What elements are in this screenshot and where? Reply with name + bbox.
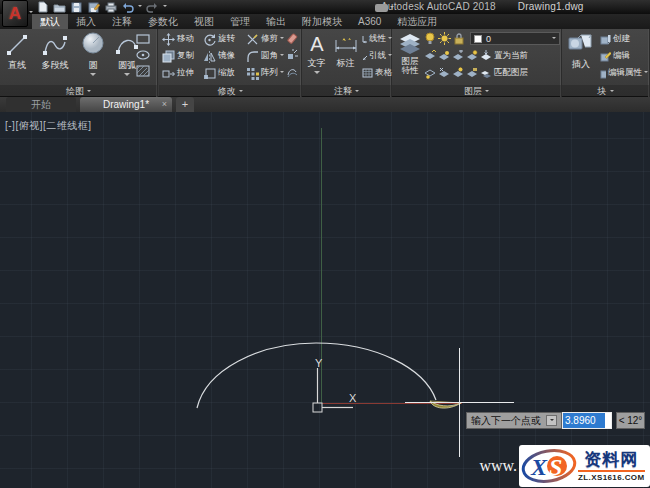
circle-button[interactable]: 圆 bbox=[76, 29, 110, 79]
panel-label-block[interactable]: 块 bbox=[562, 85, 649, 97]
tab-home[interactable]: 默认 bbox=[32, 14, 68, 29]
layer-thaw-icon bbox=[438, 67, 450, 79]
file-tab-start[interactable]: 开始 bbox=[6, 97, 76, 112]
layer-off-button[interactable] bbox=[424, 32, 436, 45]
panel-label-annotation[interactable]: 注释 bbox=[302, 85, 391, 97]
tab-a360[interactable]: A360 bbox=[350, 14, 389, 29]
open-folder-icon[interactable] bbox=[53, 1, 66, 13]
layer-color-swatch bbox=[474, 35, 482, 43]
xs-logo-icon: X S bbox=[521, 447, 577, 485]
layer-unisolate-button[interactable] bbox=[438, 50, 450, 62]
hatch-icon bbox=[136, 65, 150, 77]
tab-parametric[interactable]: 参数化 bbox=[140, 14, 186, 29]
erase-button[interactable] bbox=[286, 33, 298, 45]
match-layer-label[interactable]: 匹配图层 bbox=[494, 67, 528, 79]
layer-unlock-button[interactable] bbox=[466, 67, 478, 79]
ellipse-button[interactable] bbox=[136, 49, 150, 61]
redo-icon[interactable] bbox=[146, 1, 159, 13]
arc-polyline bbox=[197, 343, 436, 408]
rotate-button[interactable]: 旋转 bbox=[203, 32, 246, 46]
polyline-icon bbox=[42, 32, 68, 58]
tab-featured-apps[interactable]: 精选应用 bbox=[389, 14, 445, 29]
mirror-button[interactable]: 镜像 bbox=[203, 49, 246, 63]
insert-block-button[interactable]: 插入 bbox=[566, 32, 596, 71]
save-as-icon[interactable] bbox=[87, 1, 100, 13]
tab-close-icon[interactable]: × bbox=[162, 97, 167, 112]
stretch-button[interactable]: 拉伸 bbox=[162, 66, 203, 80]
fillet-button[interactable]: 圆角 bbox=[246, 49, 291, 63]
panel-label-layers[interactable]: 图层 bbox=[392, 85, 561, 97]
new-file-icon[interactable] bbox=[36, 1, 49, 13]
linear-dim-button[interactable]: 线性 bbox=[362, 32, 392, 46]
array-caret-icon bbox=[280, 71, 284, 75]
layer-properties-button[interactable]: 图层特性 bbox=[394, 32, 426, 75]
layer-thaw-button[interactable] bbox=[438, 67, 450, 79]
panel-label-modify[interactable]: 修改 bbox=[159, 85, 301, 97]
trim-icon bbox=[246, 33, 259, 46]
set-current-label[interactable]: 置为当前 bbox=[494, 50, 528, 62]
app-menu-button[interactable]: A bbox=[2, 0, 28, 27]
make-current-icon-button[interactable] bbox=[480, 50, 492, 62]
polyline-button[interactable]: 多段线 bbox=[34, 29, 76, 72]
create-block-button[interactable]: 创建 bbox=[600, 32, 648, 46]
svg-text:A: A bbox=[310, 33, 324, 55]
panel-label-draw[interactable]: 绘图 bbox=[0, 85, 157, 97]
drawing-canvas[interactable]: [-][俯视][二维线框] Y X 输入下一个点或 3.8960 < 12° w… bbox=[0, 112, 650, 488]
scale-button[interactable]: 缩放 bbox=[203, 66, 246, 80]
tab-manage[interactable]: 管理 bbox=[222, 14, 258, 29]
layer-walk-button[interactable] bbox=[424, 67, 436, 79]
tab-addins[interactable]: 附加模块 bbox=[294, 14, 350, 29]
rectangle-button[interactable] bbox=[136, 33, 150, 45]
tab-insert[interactable]: 插入 bbox=[68, 14, 104, 29]
layer-isolate-button[interactable] bbox=[424, 50, 436, 62]
hatch-button[interactable] bbox=[136, 65, 150, 77]
dynamic-input-distance-field[interactable]: 3.8960 bbox=[562, 412, 612, 429]
ribbon-display-toggle[interactable] bbox=[375, 3, 397, 12]
layer-freeze2-button[interactable] bbox=[452, 50, 464, 62]
save-icon[interactable] bbox=[70, 1, 83, 13]
edit-block-button[interactable]: 编辑 bbox=[600, 49, 648, 63]
tab-view[interactable]: 视图 bbox=[186, 14, 222, 29]
qat-customize-caret-icon[interactable] bbox=[163, 5, 167, 9]
dynamic-input-options-icon[interactable] bbox=[546, 415, 557, 426]
edit-attributes-button[interactable]: a 编辑属性 bbox=[600, 66, 648, 80]
layer-unisolate-icon bbox=[438, 50, 450, 62]
insert-cubes-icon bbox=[567, 32, 595, 58]
move-icon bbox=[162, 33, 175, 46]
window-title: Autodesk AutoCAD 2018Drawing1.dwg bbox=[381, 1, 584, 12]
layer-dropdown-caret-icon bbox=[552, 37, 556, 41]
sun-icon bbox=[438, 32, 451, 45]
make-current-icon bbox=[480, 50, 492, 62]
plot-printer-icon[interactable] bbox=[104, 1, 117, 13]
new-tab-button[interactable]: + bbox=[176, 97, 194, 112]
tab-output[interactable]: 输出 bbox=[258, 14, 294, 29]
layer-dropdown[interactable]: 0 bbox=[470, 32, 560, 45]
match-layer-icon-button[interactable] bbox=[480, 67, 492, 79]
tab-annotate[interactable]: 注释 bbox=[104, 14, 140, 29]
erase-icon bbox=[286, 33, 298, 45]
offset-button[interactable] bbox=[286, 65, 298, 77]
copy-button[interactable]: 复制 bbox=[162, 49, 203, 63]
text-button[interactable]: A 文字 bbox=[302, 29, 331, 77]
text-icon: A bbox=[305, 32, 329, 56]
layer-on-button[interactable] bbox=[452, 67, 464, 79]
panel-modify: 移动 旋转 修剪 复制 镜像 圆角 bbox=[159, 29, 302, 97]
undo-caret-icon[interactable] bbox=[138, 5, 142, 9]
move-button[interactable]: 移动 bbox=[162, 32, 203, 46]
watermark-url: ZL.XS1616.COM bbox=[578, 470, 645, 482]
layer-freeze-button[interactable] bbox=[438, 32, 451, 45]
undo-icon[interactable] bbox=[121, 1, 134, 13]
array-button[interactable]: 阵列 bbox=[246, 66, 291, 80]
explode-button[interactable] bbox=[286, 49, 298, 61]
dynamic-input-angle-field[interactable]: < 12° bbox=[616, 412, 645, 429]
leader-button[interactable]: 引线 bbox=[362, 49, 392, 63]
layer-lock-button[interactable] bbox=[453, 32, 465, 45]
layer-on-icon bbox=[452, 67, 464, 79]
line-button[interactable]: 直线 bbox=[0, 29, 34, 72]
lock-icon bbox=[453, 32, 465, 45]
trim-button[interactable]: 修剪 bbox=[246, 32, 291, 46]
table-button[interactable]: 表格 bbox=[362, 66, 392, 80]
dimension-button[interactable]: 标注 bbox=[331, 29, 360, 70]
file-tab-drawing1[interactable]: Drawing1* × bbox=[80, 97, 172, 112]
layer-off2-button[interactable] bbox=[466, 50, 478, 62]
